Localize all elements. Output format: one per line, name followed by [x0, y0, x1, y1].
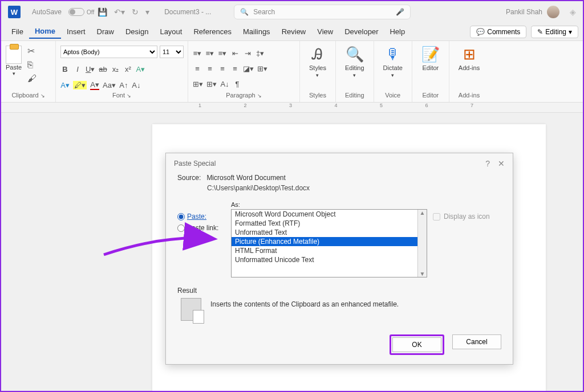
shading2-button[interactable]: ⊞▾	[193, 80, 203, 88]
undo-icon[interactable]: ↶▾	[114, 7, 125, 17]
text-effects-button[interactable]: A▾	[136, 65, 145, 74]
ok-button[interactable]: OK	[392, 337, 441, 352]
ruler-mark: 3	[269, 103, 313, 108]
paste-label: Paste	[6, 64, 22, 71]
document-name[interactable]: Document3 - ...	[164, 8, 211, 16]
editing-mode-button[interactable]: ✎ Editing ▾	[531, 26, 578, 38]
word-app-icon: W	[8, 6, 21, 18]
copy-icon[interactable]: ⎘	[27, 60, 36, 70]
subscript-button[interactable]: x₂	[111, 65, 120, 74]
tab-design[interactable]: Design	[120, 25, 154, 38]
result-label: Result	[177, 287, 501, 295]
align-right-button[interactable]: ≡	[218, 64, 227, 73]
borders2-button[interactable]: ⊞▾	[206, 80, 217, 88]
align-left-button[interactable]: ≡	[193, 64, 202, 73]
format-listbox[interactable]: Microsoft Word Document Object Formatted…	[231, 209, 427, 277]
diamond-icon[interactable]: ◈	[570, 7, 576, 17]
cancel-button[interactable]: Cancel	[452, 334, 501, 349]
font-family-select[interactable]: Aptos (Body)	[60, 46, 157, 58]
paste-link-radio-input[interactable]	[177, 224, 185, 232]
multilevel-button[interactable]: ≡▾	[218, 49, 227, 58]
grow-font-button[interactable]: A↑	[119, 81, 128, 89]
tab-developer[interactable]: Developer	[339, 25, 384, 38]
source-path: C:\Users\panki\Desktop\Test.docx	[166, 184, 513, 198]
decrease-indent-button[interactable]: ⇤	[230, 49, 240, 58]
tab-layout[interactable]: Layout	[154, 25, 188, 38]
editor-icon: 📝	[421, 46, 440, 63]
paste-radio-input[interactable]	[177, 213, 185, 220]
user-account[interactable]: Pankil Shah ◈	[506, 6, 576, 18]
editor-group-label: Editor	[417, 91, 444, 100]
tab-home[interactable]: Home	[29, 24, 61, 39]
paste-link-radio[interactable]: Paste link:	[177, 224, 225, 232]
listbox-scrollbar[interactable]: ▲▼	[417, 210, 427, 277]
list-item[interactable]: HTML Format	[232, 246, 427, 255]
tab-file[interactable]: File	[6, 25, 29, 38]
font-color-button[interactable]: A▾	[90, 80, 99, 90]
save-icon[interactable]: 💾	[98, 7, 107, 17]
align-center-button[interactable]: ≡	[205, 64, 214, 73]
sort-button[interactable]: A↓	[220, 80, 229, 88]
search-icon: 🔍	[240, 8, 249, 16]
source-name: Microsoft Word Document	[206, 174, 286, 182]
bullets-button[interactable]: ≡▾	[193, 49, 202, 58]
justify-button[interactable]: ≡	[230, 64, 240, 73]
ruler[interactable]: 1 2 3 4 5 6 7	[1, 103, 583, 113]
addins-group-label: Add-ins	[454, 91, 484, 100]
mic-icon[interactable]: 🎤	[396, 8, 404, 16]
dialog-help-icon[interactable]: ?	[485, 159, 490, 168]
tab-draw[interactable]: Draw	[91, 25, 120, 38]
group-editing: 🔍Editing▾ Editing	[336, 41, 374, 102]
bold-button[interactable]: B	[60, 65, 70, 74]
search-input[interactable]: 🔍 Search 🎤	[234, 5, 411, 19]
addins-button[interactable]: ⊞Add-ins	[454, 46, 484, 71]
shrink-font-button[interactable]: A↓	[132, 81, 141, 89]
borders-button[interactable]: ⊞▾	[257, 64, 267, 73]
dialog-close-icon[interactable]: ✕	[498, 159, 505, 168]
dictate-button[interactable]: 🎙Dictate▾	[379, 46, 407, 78]
ruler-mark: 1	[178, 103, 222, 108]
font-size-select[interactable]: 11	[160, 46, 184, 58]
editing-button[interactable]: 🔍Editing▾	[340, 46, 369, 78]
paste-radio[interactable]: Paste:	[177, 213, 225, 220]
cut-icon[interactable]: ✂	[27, 46, 36, 56]
list-item[interactable]: Unformatted Text	[232, 228, 427, 237]
underline-button[interactable]: U▾	[86, 65, 95, 74]
italic-button[interactable]: I	[73, 65, 82, 74]
tab-insert[interactable]: Insert	[61, 25, 91, 38]
tab-references[interactable]: References	[188, 25, 237, 38]
tab-help[interactable]: Help	[384, 25, 411, 38]
numbering-button[interactable]: ≡▾	[205, 49, 214, 58]
styles-button[interactable]: ᎯStyles▾	[305, 46, 331, 78]
list-item[interactable]: Unformatted Unicode Text	[232, 255, 427, 264]
increase-indent-button[interactable]: ⇥	[243, 49, 252, 58]
shading-button[interactable]: ◪▾	[243, 64, 254, 73]
line-spacing-button[interactable]: ‡▾	[256, 49, 265, 58]
qat-more-icon[interactable]: ▾	[145, 7, 149, 17]
list-item[interactable]: Formatted Text (RTF)	[232, 219, 427, 228]
editor-button[interactable]: 📝Editor	[417, 46, 444, 71]
font-style-a-button[interactable]: A▾	[60, 81, 70, 89]
display-as-icon-input	[433, 213, 440, 220]
strike-button[interactable]: ab	[98, 65, 107, 74]
highlight-button[interactable]: 🖊▾	[73, 81, 87, 89]
comments-button[interactable]: 💬 Comments	[470, 26, 526, 38]
editing-icon: 🔍	[346, 46, 364, 63]
search-placeholder: Search	[253, 8, 275, 16]
change-case-button[interactable]: Aa▾	[103, 81, 116, 89]
list-item-selected[interactable]: Picture (Enhanced Metafile)	[232, 237, 427, 246]
group-editor: 📝Editor Editor	[412, 41, 449, 102]
tab-view[interactable]: View	[311, 25, 339, 38]
paste-button[interactable]: Paste ▾	[6, 46, 22, 76]
autosave-label: AutoSave	[32, 8, 62, 16]
tab-review[interactable]: Review	[276, 25, 312, 38]
superscript-button[interactable]: x²	[123, 65, 132, 74]
tab-mailings[interactable]: Mailings	[237, 25, 276, 38]
format-painter-icon[interactable]: 🖌	[27, 74, 36, 84]
show-marks-button[interactable]: ¶	[233, 80, 242, 88]
paste-special-dialog: Paste Special ? ✕ Source: Microsoft Word…	[165, 153, 513, 365]
display-as-icon-checkbox[interactable]: Display as icon	[433, 213, 501, 220]
autosave-toggle[interactable]	[68, 8, 84, 16]
list-item[interactable]: Microsoft Word Document Object	[232, 210, 427, 219]
redo-icon[interactable]: ↻	[132, 7, 139, 17]
